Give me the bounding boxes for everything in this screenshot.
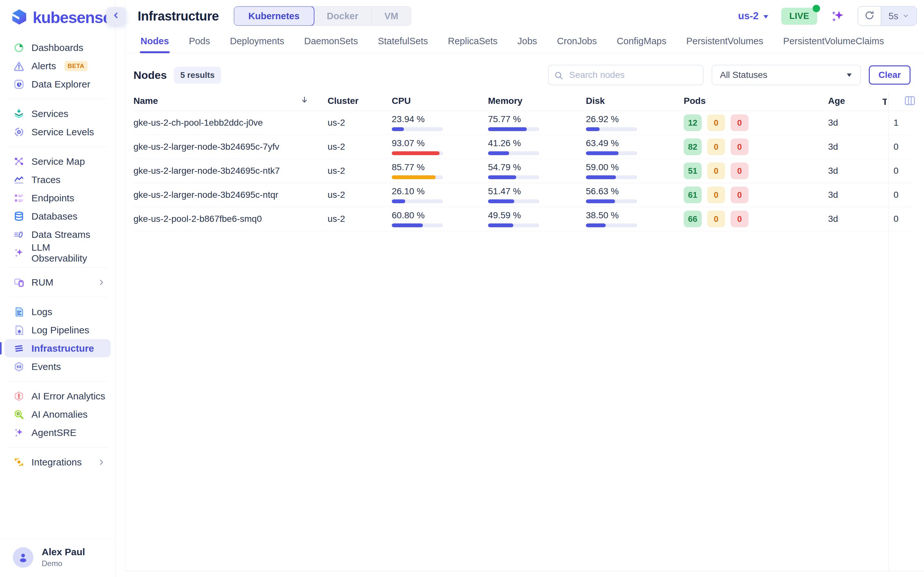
sidebar-item-alerts[interactable]: AlertsBETA <box>5 57 111 75</box>
app-logo[interactable]: kubesense <box>0 0 115 27</box>
sidebar-item-rum[interactable]: RUM <box>5 273 111 292</box>
pods-running-badge: 61 <box>684 187 702 203</box>
search-input[interactable] <box>548 65 704 85</box>
sidebar-item-data-streams[interactable]: Data Streams <box>5 226 111 243</box>
sidebar-item-endpoints[interactable]: Endpoints <box>5 189 111 207</box>
memory-value: 54.79 % <box>488 163 586 172</box>
column-header-name[interactable]: Name <box>134 95 328 106</box>
column-header-pods: Pods <box>684 96 825 106</box>
sidebar-item-events[interactable]: K8Events <box>5 358 111 376</box>
sort-descending-icon[interactable] <box>300 95 309 106</box>
sidebar-item-dashboards[interactable]: Dashboards <box>5 39 111 57</box>
sidebar-item-ai-error-analytics[interactable]: AI Error Analytics <box>5 387 111 405</box>
sidebar-item-label: Services <box>31 108 68 119</box>
sidebar-item-label: AI Error Analytics <box>31 391 105 402</box>
pods-failed-badge: 0 <box>730 211 748 227</box>
sidebar-item-label: Alerts <box>31 61 56 71</box>
avatar <box>13 547 33 568</box>
live-toggle[interactable]: LIVE <box>781 8 817 25</box>
age-cell: 3d <box>825 214 889 224</box>
cpu-cell: 23.94 % <box>392 115 488 131</box>
pods-cell: 1200 <box>684 114 825 131</box>
resource-tab-persistentvolumes[interactable]: PersistentVolumes <box>686 31 764 53</box>
disk-value: 56.63 % <box>586 187 684 196</box>
databases-icon <box>13 211 24 222</box>
app-title: kubesense <box>33 8 111 27</box>
pods-pending-badge: 0 <box>707 163 725 179</box>
integrations-icon <box>13 457 24 468</box>
pods-pending-badge: 0 <box>707 211 725 227</box>
sidebar-item-logs[interactable]: Logs <box>5 303 111 321</box>
resource-tab-persistentvolumeclaims[interactable]: PersistentVolumeClaims <box>782 31 885 53</box>
live-status-dot <box>813 5 820 12</box>
resource-tab-pods[interactable]: Pods <box>188 31 211 53</box>
sidebar-item-databases[interactable]: Databases <box>5 207 111 226</box>
table-row[interactable]: gke-us-2-ch-pool-1ebb2ddc-j0veus-223.94 … <box>134 111 913 135</box>
cluster-cell: us-2 <box>328 166 392 176</box>
sidebar-item-log-pipelines[interactable]: Log Pipelines <box>5 321 111 339</box>
sidebar-item-label: Data Streams <box>31 229 90 240</box>
sidebar-item-ai-anomalies[interactable]: AI Anomalies <box>5 405 111 424</box>
resource-tab-jobs[interactable]: Jobs <box>517 31 538 53</box>
rum-icon <box>13 277 24 288</box>
resource-tab-cronjobs[interactable]: CronJobs <box>556 31 598 53</box>
sidebar-item-data-explorer[interactable]: Data Explorer <box>5 75 111 93</box>
platform-tab-docker[interactable]: Docker <box>314 6 372 26</box>
sidebar-item-llm-observability[interactable]: LLM Observability <box>5 243 111 262</box>
pods-cell: 6600 <box>684 211 825 227</box>
table-row[interactable]: gke-us-2-larger-node-3b24695c-ntqrus-226… <box>134 183 913 207</box>
page-header: Infrastructure KubernetesDockerVM us-2 L… <box>126 0 924 32</box>
pods-cell: 8200 <box>684 139 825 155</box>
refresh-button[interactable] <box>858 7 881 25</box>
resource-tab-replicasets[interactable]: ReplicaSets <box>447 31 498 53</box>
chevron-down-icon <box>902 11 909 21</box>
pods-pending-badge: 0 <box>707 114 725 131</box>
platform-tab-kubernetes[interactable]: Kubernetes <box>234 6 314 26</box>
column-picker-icon[interactable] <box>903 94 916 108</box>
overflow-cell: 0 <box>889 142 913 152</box>
table-row[interactable]: gke-us-2-larger-node-3b24695c-7yfvus-293… <box>134 135 913 159</box>
overflow-cell: 0 <box>889 214 913 224</box>
resource-tab-nodes[interactable]: Nodes <box>140 31 170 53</box>
cluster-cell: us-2 <box>328 190 392 200</box>
refresh-interval-select[interactable]: 5s <box>881 7 916 25</box>
sidebar-item-infrastructure[interactable]: Infrastructure <box>5 339 111 358</box>
status-filter-select[interactable]: All Statuses <box>712 65 861 85</box>
chevron-right-icon <box>97 458 105 466</box>
resource-tab-daemonsets[interactable]: DaemonSets <box>304 31 359 53</box>
sidebar-collapse-button[interactable] <box>106 7 126 25</box>
ai-sparkles-button[interactable] <box>829 8 845 24</box>
section-heading: Nodes <box>134 69 167 81</box>
platform-tab-vm[interactable]: VM <box>372 6 411 26</box>
clear-filters-button[interactable]: Clear <box>869 65 911 85</box>
resource-tab-statefulsets[interactable]: StatefulSets <box>377 31 429 53</box>
sidebar-item-label: Databases <box>31 211 78 222</box>
log-pipelines-icon <box>13 325 24 335</box>
resource-tab-deployments[interactable]: Deployments <box>229 31 285 53</box>
table-row[interactable]: gke-us-2-larger-node-3b24695c-ntk7us-285… <box>134 159 913 183</box>
sidebar-item-service-levels[interactable]: Service Levels <box>5 123 111 141</box>
sidebar-item-label: Endpoints <box>31 193 74 203</box>
node-name: gke-us-2-larger-node-3b24695c-7yfv <box>134 142 328 152</box>
sidebar-nav: DashboardsAlertsBETAData ExplorerService… <box>0 39 115 471</box>
region-selector[interactable]: us-2 <box>738 10 769 22</box>
resource-tab-configmaps[interactable]: ConfigMaps <box>616 31 667 53</box>
sidebar-item-traces[interactable]: Traces <box>5 171 111 189</box>
cpu-bar <box>392 223 443 227</box>
nodes-toolbar: Nodes 5 results All Statuses Clear <box>126 65 924 85</box>
sidebar-item-agentsre[interactable]: AgentSRE <box>5 424 111 442</box>
endpoints-icon <box>13 193 24 203</box>
column-header-label: CPU <box>392 96 411 106</box>
sparkles-icon <box>13 427 24 438</box>
table-row[interactable]: gke-us-2-pool-2-b867fbe6-smq0us-260.80 %… <box>134 207 913 231</box>
sidebar-item-label: Service Map <box>31 156 85 167</box>
column-header-label: Pods <box>684 96 706 106</box>
pods-running-badge: 66 <box>684 211 702 227</box>
memory-bar <box>488 151 540 155</box>
sidebar-item-service-map[interactable]: Service Map <box>5 152 111 171</box>
user-profile[interactable]: Alex Paul Demo <box>0 538 115 577</box>
column-header-cpu: CPU <box>392 96 488 106</box>
sidebar-item-services[interactable]: Services <box>5 105 111 123</box>
sidebar-item-integrations[interactable]: Integrations <box>5 453 111 471</box>
memory-cell: 41.26 % <box>488 139 586 155</box>
